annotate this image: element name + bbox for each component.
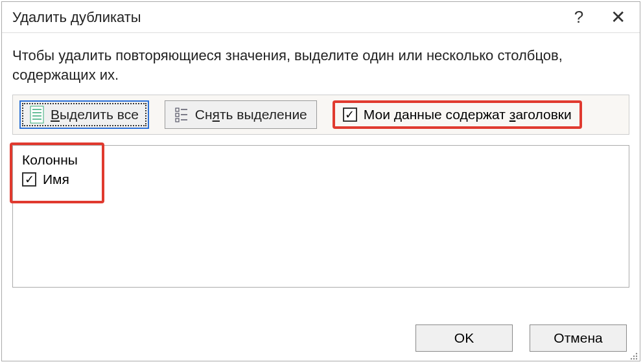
svg-rect-0 xyxy=(30,106,43,123)
unselect-all-icon xyxy=(174,106,189,124)
headers-checkbox[interactable] xyxy=(343,108,357,122)
columns-listbox[interactable]: Колонны Имя xyxy=(12,145,629,288)
dialog-body: Чтобы удалить повторяющиеся значения, вы… xyxy=(2,33,640,288)
help-button[interactable]: ? xyxy=(559,2,598,33)
ok-button[interactable]: OK xyxy=(415,324,513,352)
titlebar: Удалить дубликаты ? ✕ xyxy=(2,2,640,33)
svg-point-11 xyxy=(636,353,637,354)
cancel-button[interactable]: Отмена xyxy=(530,324,627,352)
unselect-all-button[interactable]: Снять выделение xyxy=(165,100,317,129)
column-label: Имя xyxy=(43,172,69,187)
svg-point-15 xyxy=(633,358,635,359)
dialog-footer: OK Отмена xyxy=(415,324,627,352)
svg-point-14 xyxy=(631,358,632,359)
columns-area: Колонны Имя xyxy=(12,145,629,288)
svg-rect-6 xyxy=(176,113,179,117)
resize-grip[interactable] xyxy=(628,349,638,359)
dialog-title: Удалить дубликаты xyxy=(12,9,559,26)
svg-rect-5 xyxy=(176,108,179,111)
instruction-text: Чтобы удалить повторяющиеся значения, вы… xyxy=(12,46,629,84)
select-all-label: Выделить все xyxy=(51,107,139,122)
column-item[interactable]: Имя xyxy=(22,172,620,187)
headers-checkbox-label: Мои данные содержат заголовки xyxy=(364,107,572,122)
toolbar: Выделить все Снять выделение xyxy=(12,95,629,135)
svg-point-13 xyxy=(636,356,637,357)
column-checkbox[interactable] xyxy=(22,172,36,187)
headers-checkbox-group[interactable]: Мои данные содержат заголовки xyxy=(333,100,582,129)
remove-duplicates-dialog: Удалить дубликаты ? ✕ Чтобы удалить повт… xyxy=(1,1,640,361)
select-all-button[interactable]: Выделить все xyxy=(19,100,149,129)
columns-header: Колонны xyxy=(22,152,620,168)
unselect-all-label: Снять выделение xyxy=(195,107,307,122)
svg-point-16 xyxy=(636,358,637,359)
svg-rect-7 xyxy=(176,119,179,122)
close-button[interactable]: ✕ xyxy=(598,2,637,33)
svg-point-12 xyxy=(633,356,635,357)
select-all-icon xyxy=(30,106,44,124)
